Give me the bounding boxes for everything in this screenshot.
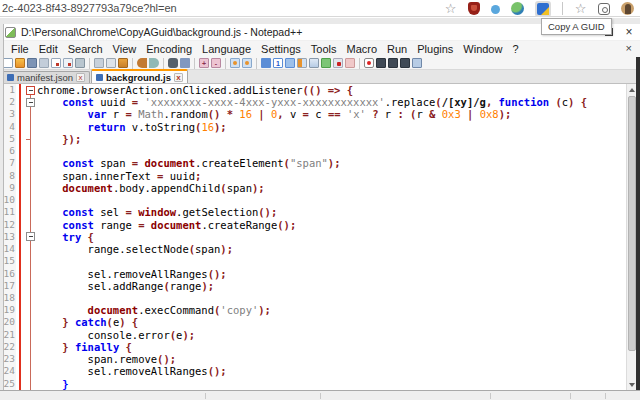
code-text: return v.toString(16); (37, 121, 227, 133)
menu-item-plugins[interactable]: Plugins (412, 43, 458, 55)
indent-guide-icon[interactable] (285, 58, 295, 68)
find-icon[interactable] (168, 58, 178, 68)
tab-close-icon[interactable]: x (174, 73, 183, 82)
code-text: }); (37, 133, 81, 145)
copy-icon[interactable] (106, 58, 116, 68)
zoom-out-icon[interactable]: - (211, 58, 221, 68)
monitor-icon[interactable] (321, 58, 331, 68)
cut-icon[interactable] (94, 58, 104, 68)
code-line: 12 const range = document.createRange(); (0, 219, 626, 231)
code-line: 18 (0, 292, 626, 304)
code-line: 5 }); (0, 133, 626, 145)
toolbar-separator (89, 58, 90, 69)
fold-collapse-icon[interactable] (26, 86, 35, 95)
browser-address-bar[interactable]: 2c-4023-8f43-8927793a79ce?hl=en (2, 2, 177, 14)
open-file-icon[interactable] (15, 58, 25, 68)
code-text: var r = Math.random() * 16 | 0, v = c ==… (37, 108, 511, 120)
user-avatar[interactable] (621, 2, 634, 15)
tab-background.js[interactable]: background.jsx (91, 69, 188, 83)
code-line: 20 } catch(e) { (0, 316, 626, 328)
toolbar-separator (132, 58, 133, 69)
adblock-shield-icon[interactable] (468, 2, 480, 15)
sync-vertical-icon[interactable] (230, 58, 240, 68)
menu-item-help[interactable]: ? (507, 43, 523, 55)
tab-manifest.json[interactable]: manifest.jsonx (2, 71, 90, 83)
code-line: 13 try { (0, 231, 626, 243)
code-line: 19 document.execCommand('copy'); (0, 304, 626, 316)
scrollbar-thumb[interactable] (628, 96, 636, 351)
code-text: chrome.browserAction.onClicked.addListen… (37, 84, 353, 96)
code-line: 24 sel.removeAllRanges(); (0, 365, 626, 377)
menubar-close-icon[interactable]: × (626, 42, 632, 54)
close-button[interactable]: × (620, 25, 638, 40)
function-list-icon[interactable] (309, 58, 319, 68)
replace-icon[interactable] (180, 58, 190, 68)
editor[interactable]: 1chrome.browserAction.onClicked.addListe… (0, 84, 640, 390)
fold-collapse-icon[interactable] (26, 98, 35, 107)
vertical-scrollbar[interactable] (626, 84, 636, 390)
code-text: const uuid = 'xxxxxxxx-xxxx-4xxx-yxxx-xx… (37, 96, 587, 108)
bookmark-star-icon[interactable]: ☆ (444, 2, 457, 15)
save-icon[interactable] (27, 58, 37, 68)
sync-horizontal-icon[interactable] (242, 58, 252, 68)
menu-item-edit[interactable]: Edit (34, 43, 63, 55)
menu-item-encoding[interactable]: Encoding (141, 43, 197, 55)
undo-icon[interactable] (137, 58, 147, 68)
run-macro-multiple-icon[interactable] (400, 58, 410, 68)
record-macro-icon[interactable] (364, 58, 374, 68)
playback-macro-icon[interactable] (388, 58, 398, 68)
browser-extension-icons: ☆☆ (444, 1, 634, 16)
mail-icon[interactable] (345, 58, 355, 68)
browser-toolbar: 2c-4023-8f43-8927793a79ce?hl=en ☆☆ (0, 0, 640, 17)
menu-item-view[interactable]: View (108, 43, 142, 55)
menu-item-file[interactable]: File (6, 43, 34, 55)
pdf-icon[interactable] (333, 58, 343, 68)
fold-collapse-icon[interactable] (26, 232, 35, 241)
code-line: 25 } (0, 378, 626, 390)
screen: 2c-4023-8f43-8927793a79ce?hl=en ☆☆ Copy … (0, 0, 640, 400)
bookmark-star2-icon[interactable]: ☆ (574, 2, 587, 15)
window-right-edge (636, 57, 640, 400)
redo-icon[interactable] (149, 58, 159, 68)
fold-end-tick (26, 134, 35, 143)
copy-a-guid-extension-icon[interactable] (535, 1, 551, 17)
menu-item-run[interactable]: Run (382, 43, 412, 55)
code-area[interactable]: 1chrome.browserAction.onClicked.addListe… (0, 84, 626, 390)
extension-dot-icon[interactable] (491, 5, 500, 14)
menu-item-macro[interactable]: Macro (341, 43, 382, 55)
new-file-icon[interactable] (3, 58, 13, 68)
menu-item-tools[interactable]: Tools (306, 43, 342, 55)
paste-icon[interactable] (118, 58, 128, 68)
menu-item-language[interactable]: Language (197, 43, 256, 55)
window-title: D:\Personal\Chrome\CopyAGuid\background.… (21, 26, 302, 38)
close-all-icon[interactable] (63, 58, 73, 68)
code-text: } (37, 378, 69, 390)
status-divider (605, 393, 606, 399)
close-file-icon[interactable] (51, 58, 61, 68)
change-history-bar (19, 84, 21, 390)
code-line: 10 (0, 194, 626, 206)
show-all-characters-icon[interactable]: 1 (273, 58, 283, 68)
zoom-in-icon[interactable]: + (199, 58, 209, 68)
document-map-icon[interactable] (297, 58, 307, 68)
save-macro-icon[interactable] (412, 58, 422, 68)
menu-item-search[interactable]: Search (63, 43, 108, 55)
code-line: 9 document.body.appendChild(span); (0, 182, 626, 194)
stop-record-icon[interactable] (376, 58, 386, 68)
code-text: } finally { (37, 341, 132, 353)
word-wrap-icon[interactable] (261, 58, 271, 68)
code-text: document.body.appendChild(span); (37, 182, 265, 194)
save-all-icon[interactable] (39, 58, 49, 68)
tab-close-icon[interactable]: x (76, 73, 85, 82)
profile-frame-icon[interactable] (598, 3, 610, 15)
code-text: try { (37, 231, 94, 243)
code-line: 1chrome.browserAction.onClicked.addListe… (0, 84, 626, 96)
download-globe-icon[interactable] (511, 2, 524, 15)
menu-item-settings[interactable]: Settings (256, 43, 306, 55)
menu-item-window[interactable]: Window (458, 43, 507, 55)
code-text: span.innerText = uuid; (37, 170, 201, 182)
code-text: sel.removeAllRanges(); (37, 268, 227, 280)
window-left-border (0, 24, 4, 400)
code-line: 16 sel.removeAllRanges(); (0, 268, 626, 280)
print-icon[interactable] (75, 58, 85, 68)
